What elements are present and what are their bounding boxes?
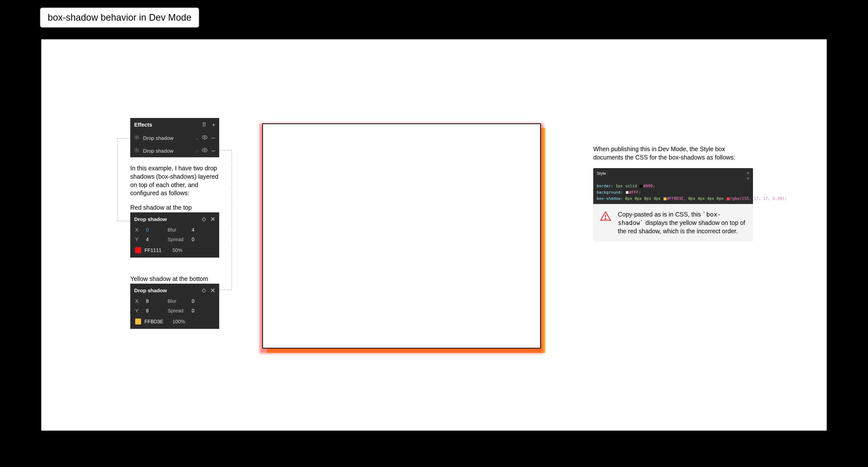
drop-shadow-panel-red: Drop shadow ◇ ✕ X 0 Blur 4 Y 4 Spread 0 … (130, 212, 219, 257)
warning-callout: Copy-pasted as is in CSS, this `box-shad… (593, 204, 753, 242)
svg-line-7 (135, 138, 136, 139)
blend-mode-icon[interactable]: ◇ (202, 216, 206, 223)
warning-text: Copy-pasted as is in CSS, this `box-shad… (618, 210, 747, 235)
drop-shadow-panel-yellow: Drop shadow ◇ ✕ X 8 Blur 0 Y 8 Spread 0 … (130, 284, 219, 329)
svg-point-19 (204, 150, 206, 151)
blur-label: Blur (167, 227, 187, 233)
effects-panel: Effects ⠿ + Drop shadow ⌵ − Drop shadow … (130, 118, 219, 157)
x-label: X (135, 227, 142, 233)
effect-row-label: Drop shadow (143, 135, 194, 141)
warning-icon (600, 210, 612, 235)
intro-text: In this example, I have two drop shadows… (130, 164, 219, 197)
svg-point-9 (204, 137, 206, 138)
svg-line-16 (138, 151, 138, 152)
svg-line-15 (135, 149, 136, 149)
devmode-intro-text: When publishing this in Dev Mode, the St… (593, 145, 748, 162)
blur-label: Blur (167, 299, 187, 304)
copy-icon[interactable]: ⊕ (747, 171, 749, 175)
devmode-style-box: Style ⊕ ⊕ border: 1px solid #000; backgr… (593, 168, 753, 206)
chevron-down-icon[interactable]: ⌵ (196, 136, 198, 141)
connector-line (219, 150, 232, 290)
color-hex[interactable]: FFBD3E (145, 319, 169, 324)
yellow-shadow-caption: Yellow shadow at the bottom (130, 275, 219, 283)
expand-icon[interactable]: ⊕ (747, 177, 749, 180)
spread-value[interactable]: 0 (192, 237, 204, 242)
code-line: background: #FFF; (597, 189, 749, 196)
spread-label: Spread (167, 308, 187, 314)
blend-mode-icon[interactable]: ◇ (202, 287, 206, 294)
effects-panel-title: Effects (134, 122, 152, 128)
x-label: X (135, 299, 142, 304)
svg-point-0 (136, 136, 137, 138)
connector-line (118, 138, 130, 221)
close-icon[interactable]: ✕ (210, 287, 215, 294)
svg-point-10 (136, 149, 137, 151)
x-value[interactable]: 8 (146, 299, 163, 304)
code-line: border: 1px solid #000; (597, 183, 749, 189)
code-box-title: Style (597, 171, 606, 180)
svg-line-6 (138, 138, 138, 139)
color-opacity[interactable]: 100% (173, 319, 185, 324)
blur-value[interactable]: 4 (192, 227, 204, 233)
svg-line-18 (138, 149, 138, 149)
y-value[interactable]: 4 (146, 237, 163, 242)
sun-icon (134, 135, 140, 142)
x-value[interactable]: 0 (146, 227, 163, 233)
effect-row-label: Drop shadow (143, 148, 194, 154)
svg-line-5 (135, 136, 136, 136)
close-icon[interactable]: ✕ (210, 216, 215, 223)
drop-shadow-title: Drop shadow (134, 287, 167, 293)
red-shadow-caption: Red shadow at the top (130, 204, 219, 212)
sun-icon (134, 148, 140, 154)
svg-line-8 (138, 136, 138, 136)
spread-value[interactable]: 0 (192, 308, 204, 314)
spread-label: Spread (167, 237, 187, 242)
code-line: box-shadow: 0px 0px 0px 4px #FFBD3E, 0px… (597, 195, 749, 202)
chevron-down-icon[interactable]: ⌵ (196, 149, 198, 153)
y-label: Y (135, 308, 142, 314)
shadow-preview-rect (262, 123, 541, 348)
effects-add-icon[interactable]: + (212, 121, 215, 128)
svg-line-17 (135, 151, 136, 152)
color-opacity[interactable]: 50% (173, 248, 182, 253)
y-value[interactable]: 8 (146, 308, 163, 314)
blur-value[interactable]: 0 (192, 299, 204, 304)
drop-shadow-title: Drop shadow (134, 216, 167, 222)
y-label: Y (135, 237, 142, 242)
color-swatch[interactable] (135, 247, 141, 253)
svg-point-21 (605, 218, 606, 219)
color-hex[interactable]: FF1111 (145, 248, 169, 253)
effect-row-0[interactable]: Drop shadow ⌵ − (130, 132, 219, 145)
visibility-icon[interactable] (202, 147, 208, 155)
effect-row-1[interactable]: Drop shadow ⌵ − (130, 145, 219, 157)
visibility-icon[interactable] (202, 134, 208, 142)
frame-title-chip: box-shadow behavior in Dev Mode (40, 7, 199, 28)
effects-styles-icon[interactable]: ⠿ (202, 121, 207, 128)
color-swatch[interactable] (135, 318, 141, 324)
